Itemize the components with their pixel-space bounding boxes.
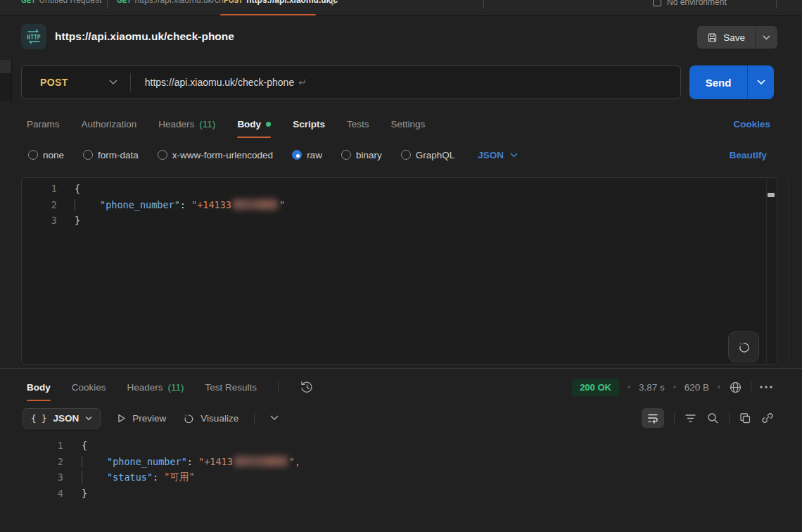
chevron-down-icon — [510, 153, 518, 158]
send-split-button: Send — [689, 65, 774, 99]
tab-divider — [776, 0, 777, 8]
response-tab-body-active[interactable]: Body — [27, 373, 51, 401]
method-post-label: POST — [224, 0, 243, 4]
radio-x-www-form-urlencoded[interactable]: x-www-form-urlencoded — [158, 150, 273, 160]
request-tab-3-active[interactable]: POSThttps://api.xiaomu.uk/c — [224, 0, 338, 5]
line-number: 2 — [21, 456, 63, 467]
code-line: 2 "phone_number": "+1413", — [21, 454, 795, 470]
divider — [729, 412, 730, 424]
response-divider — [0, 368, 802, 369]
postman-window: GETUntitled Request GEThttps://api.xiaom… — [0, 0, 802, 532]
line-number: 3 — [22, 215, 57, 226]
language-dropdown[interactable]: JSON — [478, 150, 518, 160]
code-line: 2 "phone_number": "+14133" — [22, 197, 777, 213]
tab-label: https://api.xiaomu.uk/c — [246, 0, 338, 5]
response-time: 3.87 s — [639, 382, 665, 393]
body-type-bar: none form-data x-www-form-urlencoded raw… — [28, 144, 518, 166]
method-get-label: GET — [21, 0, 36, 4]
postbot-button[interactable] — [728, 331, 759, 362]
radio-icon — [341, 150, 351, 160]
send-button[interactable]: Send — [689, 65, 747, 99]
chevron-down-icon — [85, 416, 92, 421]
search-button[interactable] — [706, 412, 719, 424]
radio-none[interactable]: none — [28, 150, 64, 160]
save-options-button[interactable] — [755, 26, 777, 49]
tab-tests[interactable]: Tests — [347, 110, 369, 138]
copy-icon — [739, 412, 751, 424]
environment-selector[interactable]: No environment — [653, 0, 727, 7]
response-tab-cookies[interactable]: Cookies — [72, 373, 106, 401]
wrap-text-button[interactable] — [642, 408, 664, 428]
method-dropdown[interactable]: POST — [22, 77, 130, 88]
radio-form-data[interactable]: form-data — [83, 150, 139, 160]
url-bar: POST https://api.xiaomu.uk/check-phone↵ — [21, 65, 681, 99]
cookies-link[interactable]: Cookies — [733, 110, 770, 138]
line-number: 1 — [22, 183, 57, 194]
link-button[interactable] — [761, 412, 774, 424]
visualize-button[interactable]: Visualize — [182, 412, 238, 425]
chevron-down-icon — [109, 80, 117, 85]
svg-text:HTTP: HTTP — [27, 34, 40, 41]
save-button[interactable]: Save — [697, 26, 755, 49]
request-body-editor[interactable]: 1 { 2 "phone_number": "+14133" 3 } — [21, 177, 777, 365]
radio-icon — [401, 150, 411, 160]
dot-separator — [718, 386, 720, 388]
preview-button[interactable]: Preview — [116, 413, 166, 424]
scrollbar-thumb[interactable] — [768, 193, 775, 197]
request-tab-2[interactable]: GEThttps://api.xiaomu.uk/ch — [117, 0, 224, 5]
format-options-chevron[interactable] — [270, 415, 279, 421]
beautify-link[interactable]: Beautify — [730, 144, 767, 166]
network-info-button[interactable] — [729, 381, 742, 394]
send-options-button[interactable] — [747, 65, 774, 99]
url-input[interactable]: https://api.xiaomu.uk/check-phone↵ — [145, 77, 307, 88]
response-body-viewer[interactable]: 1 { 2 "phone_number": "+1413", 3 "status… — [21, 433, 795, 501]
chevron-down-icon — [763, 35, 770, 40]
radio-graphql[interactable]: GraphQL — [401, 150, 455, 160]
response-history-button[interactable] — [300, 380, 314, 394]
method-get-label: GET — [117, 0, 132, 4]
code-line: 3 "status": "可用" — [21, 469, 795, 486]
dot-separator — [628, 386, 630, 388]
headers-count: (11) — [168, 382, 184, 393]
tab-label: https://api.xiaomu.uk/ch — [135, 0, 224, 5]
request-tab-1[interactable]: GETUntitled Request — [21, 0, 101, 5]
headers-count: (11) — [199, 119, 215, 129]
divider — [254, 412, 255, 424]
save-split-button: Save — [697, 26, 777, 49]
code-line: 1 { — [21, 438, 795, 454]
visualize-sparkle-icon — [182, 412, 195, 425]
radio-raw-selected[interactable]: raw — [292, 150, 322, 160]
chevron-down-icon — [757, 80, 765, 85]
radio-icon — [28, 150, 38, 160]
return-key-hint: ↵ — [298, 77, 307, 88]
scrollbar-track — [766, 178, 767, 364]
format-label: JSON — [53, 413, 79, 424]
divider — [751, 381, 751, 393]
tab-params[interactable]: Params — [27, 110, 60, 138]
more-options-button[interactable] — [760, 386, 772, 388]
globe-icon — [729, 381, 742, 394]
new-tab-button[interactable]: + — [329, 0, 336, 8]
tab-label: Untitled Request — [39, 0, 102, 5]
tab-scripts[interactable]: Scripts — [293, 110, 325, 138]
divider — [130, 73, 131, 91]
save-label: Save — [723, 32, 745, 43]
response-tab-test-results[interactable]: Test Results — [205, 373, 257, 401]
tab-divider — [107, 0, 108, 8]
tab-authorization[interactable]: Authorization — [82, 110, 137, 138]
environment-label: No environment — [667, 0, 727, 7]
response-format-dropdown[interactable]: { } JSON — [23, 408, 101, 429]
tab-settings[interactable]: Settings — [390, 110, 425, 138]
copy-button[interactable] — [739, 412, 751, 424]
request-title: https://api.xiaomu.uk/check-phone — [55, 30, 234, 43]
language-label: JSON — [478, 150, 504, 160]
radio-binary[interactable]: binary — [341, 150, 382, 160]
method-label: POST — [40, 77, 68, 88]
environment-icon — [653, 0, 661, 6]
tab-body-active[interactable]: Body — [237, 110, 271, 138]
filter-button[interactable] — [685, 413, 696, 424]
search-icon — [706, 412, 719, 424]
line-number: 3 — [21, 471, 63, 483]
tab-headers[interactable]: Headers(11) — [158, 110, 215, 138]
response-tab-headers[interactable]: Headers(11) — [127, 373, 184, 401]
